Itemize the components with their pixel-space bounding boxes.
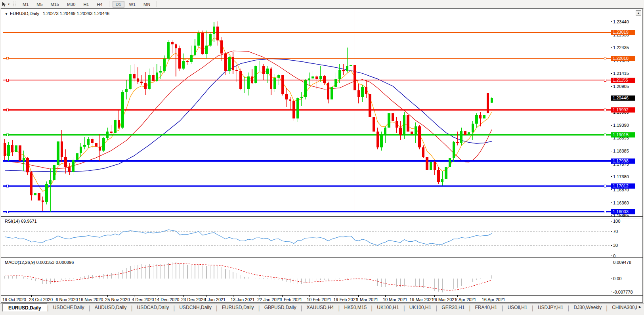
chart-tab-usdjpy-h1[interactable]: USDJPY,H1: [533, 304, 568, 311]
horizontal-level-lines[interactable]: [3, 32, 611, 213]
rsi-level-label: 30: [613, 243, 618, 248]
trading-platform-window: ▾ M1M5M15M30H1H4D1W1MN ▼EURUSD,Daily1.20…: [0, 0, 644, 315]
macd-axis-label: -0.007778: [613, 290, 633, 294]
date-label: 19 Feb 2021: [333, 297, 358, 302]
price-tag: 1.17998: [611, 158, 635, 164]
price-tick-label: 1.19390: [613, 123, 629, 128]
date-label: 14 Dec 2020: [155, 297, 179, 302]
chart-tab-eurusd-daily[interactable]: EURUSD,Daily: [218, 304, 258, 311]
price-tag: 1.21155: [611, 78, 635, 83]
level-line-handle[interactable]: [6, 109, 9, 111]
rsi-panel[interactable]: [3, 230, 611, 245]
price-tag: 1.23019: [611, 30, 635, 35]
tab-scroll-right-icon[interactable]: ►: [637, 305, 643, 309]
date-label: 19 Mar 2021: [409, 297, 434, 302]
rsi-level-label: 0: [613, 254, 615, 258]
level-line-handle[interactable]: [604, 185, 606, 187]
chart-header: ▼EURUSD,Daily1.20273 1.20469 1.20263 1.2…: [5, 11, 109, 16]
level-line-handle[interactable]: [6, 211, 9, 213]
chart-tab-dj30-weekly[interactable]: DJ30,Weekly: [569, 304, 606, 311]
chart-tab-ger30-h1[interactable]: GER30,H1: [437, 304, 469, 311]
chart-symbol-title: EURUSD,Daily: [10, 11, 39, 16]
macd-axis-label: 0.00: [613, 276, 621, 281]
date-label: 7 Apr 2021: [455, 297, 476, 302]
date-label: 4 Dec 2020: [132, 297, 154, 302]
date-label: 4 Jan 2021: [204, 297, 225, 302]
price-tick-label: 1.17380: [613, 174, 629, 179]
fast-ma-line: [5, 38, 492, 192]
price-tick-label: 1.18385: [613, 149, 629, 153]
chart-tab-eurusd-daily[interactable]: EURUSD,Daily: [2, 304, 47, 311]
level-line-handle[interactable]: [604, 109, 606, 111]
chart-scroll-up-button[interactable]: ▲: [636, 10, 641, 16]
chart-canvas[interactable]: [0, 0, 644, 315]
price-tag: 1.19015: [611, 132, 635, 137]
level-line-handle[interactable]: [604, 211, 606, 213]
date-label: 25 Nov 2020: [105, 297, 130, 302]
chart-tab-bar: EURUSD,Daily|USDCHF,Daily|AUDUSD,Daily|U…: [0, 303, 644, 311]
date-label: 19 Oct 2020: [2, 297, 26, 302]
date-label: 1 Mar 2021: [356, 297, 378, 302]
macd-signal-line: [5, 263, 492, 290]
price-tick-label: 1.20905: [613, 84, 629, 89]
date-label: 28 Oct 2020: [29, 297, 53, 302]
price-tag: 1.20446: [611, 95, 635, 101]
chart-tab-xauusd-h4[interactable]: XAUUSD,H4: [302, 304, 338, 311]
date-label: 10 Feb 2021: [307, 297, 331, 302]
date-label: 16 Apr 2021: [482, 297, 505, 302]
main-price-chart[interactable]: [3, 10, 611, 216]
macd-axis-label: 0.009478: [613, 260, 631, 265]
rsi-level-label: 70: [613, 229, 618, 234]
chart-collapse-icon[interactable]: ▼: [5, 12, 8, 16]
level-line-handle[interactable]: [604, 79, 606, 81]
level-line-handle[interactable]: [6, 185, 9, 187]
level-line-handle[interactable]: [6, 57, 9, 59]
macd-panel[interactable]: [5, 262, 492, 292]
chart-tab-gbpusd-daily[interactable]: GBPUSD,Daily: [260, 304, 301, 311]
date-label: 6 Nov 2020: [55, 297, 78, 302]
chart-tab-usoil-h1[interactable]: USOil,H1: [503, 304, 532, 311]
rsi-level-label: 100: [613, 219, 620, 223]
level-line-handle[interactable]: [6, 79, 9, 81]
level-line-handle[interactable]: [604, 57, 606, 59]
macd-indicator-label: MACD(12,26,9) 0.003353 0.000896: [5, 260, 74, 265]
level-line-handle[interactable]: [604, 134, 606, 136]
price-tick-label: 1.16360: [613, 200, 629, 205]
level-line-handle[interactable]: [6, 134, 9, 136]
price-tag: 1.19992: [611, 107, 635, 113]
chart-tab-usdcad-daily[interactable]: USDCAD,Daily: [133, 304, 174, 311]
price-tick-label: 1.23440: [613, 19, 629, 24]
date-label: 29 Mar 2021: [432, 297, 457, 302]
price-tick-label: 1.22435: [613, 45, 629, 50]
chart-ohlc-values: 1.20273 1.20469 1.20263 1.20446: [43, 11, 109, 16]
price-tag: 1.22010: [611, 56, 635, 61]
chart-tab-usdcnh-daily[interactable]: USDCNH,Daily: [175, 304, 216, 311]
price-tag: 1.17012: [611, 183, 635, 189]
chart-tab-audusd-daily[interactable]: AUDUSD,Daily: [90, 304, 131, 311]
date-label: 10 Mar 2021: [383, 297, 407, 302]
chart-tab-uk100-h1[interactable]: UK100,H1: [373, 304, 403, 311]
date-label: 13 Jan 2021: [231, 297, 255, 302]
rsi-line: [5, 230, 492, 245]
rsi-indicator-label: RSI(14) 69.9671: [5, 219, 37, 223]
date-label: 23 Dec 2020: [181, 297, 206, 302]
chart-tab-hk50-m15[interactable]: HK50,M15: [340, 304, 371, 311]
candlesticks: [4, 21, 493, 212]
chart-tab-usdchf-daily[interactable]: USDCHF,Daily: [49, 304, 89, 311]
date-label: 1 Feb 2021: [280, 297, 302, 302]
price-tag: 1.16003: [611, 209, 635, 214]
chart-tab-uk100-h1[interactable]: UK100,H1: [405, 304, 436, 311]
date-label: 16 Nov 2020: [78, 297, 103, 302]
price-tick-label: 1.21415: [613, 71, 629, 76]
chart-tab-fra40-h1[interactable]: FRA40,H1: [471, 304, 502, 311]
date-label: 22 Jan 2021: [257, 297, 281, 302]
